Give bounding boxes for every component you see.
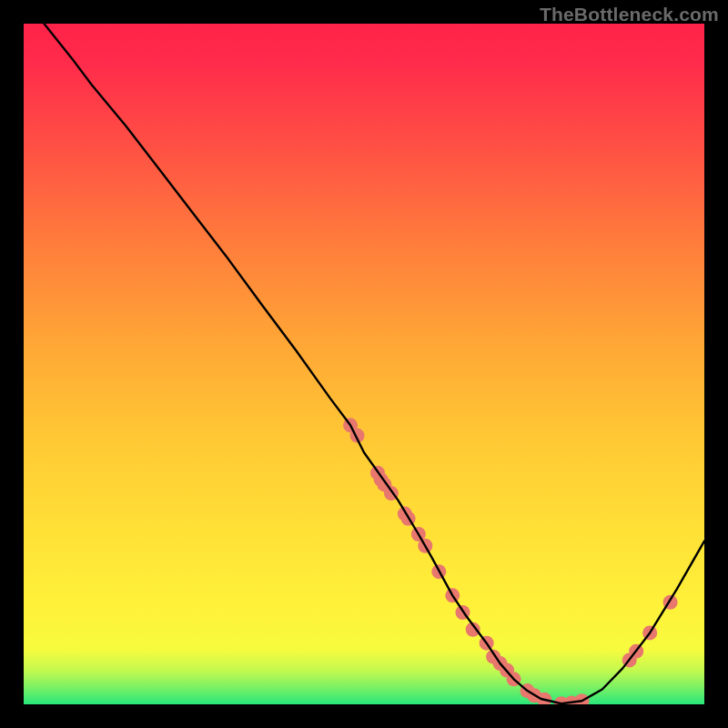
chart-plot-area xyxy=(24,24,704,704)
chart-svg xyxy=(24,24,704,704)
chart-stage: TheBottleneck.com xyxy=(0,0,728,728)
watermark-text: TheBottleneck.com xyxy=(540,4,719,25)
